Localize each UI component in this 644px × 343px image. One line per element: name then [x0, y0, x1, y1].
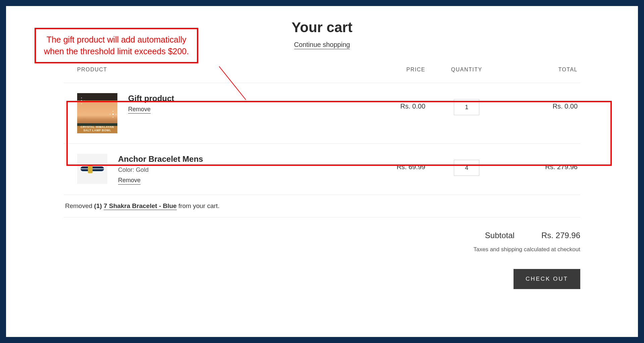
col-header-price: PRICE — [343, 61, 425, 83]
annotation-text-line2: when the threshold limit exceeds $200. — [44, 46, 189, 57]
col-header-quantity: QUANTITY — [425, 61, 508, 83]
remove-link[interactable]: Remove — [118, 177, 141, 185]
item-total: Rs. 0.00 — [508, 83, 580, 144]
removed-product-link[interactable]: 7 Shakra Bracelet - Blue — [104, 202, 177, 210]
product-variant: Color: Gold — [118, 166, 203, 174]
cart-summary: Subtotal Rs. 279.96 Taxes and shipping c… — [64, 217, 580, 289]
annotation-text-line1: The gift product will add automatically — [44, 34, 189, 46]
item-price: Rs. 69.99 — [343, 144, 425, 195]
item-price: Rs. 0.00 — [343, 83, 425, 144]
product-name[interactable]: Gift product — [128, 94, 174, 103]
col-header-total: TOTAL — [508, 61, 580, 83]
removed-item-message: Removed (1) 7 Shakra Bracelet - Blue fro… — [64, 195, 580, 217]
checkout-button[interactable]: CHECK OUT — [514, 269, 580, 289]
continue-shopping-link[interactable]: Continue shopping — [294, 41, 350, 49]
remove-link[interactable]: Remove — [128, 106, 151, 114]
product-name[interactable]: Anchor Bracelet Mens — [118, 154, 203, 164]
tax-shipping-note: Taxes and shipping calculated at checkou… — [474, 246, 580, 253]
cart-table: PRODUCT PRICE QUANTITY TOTAL CRYSTAL HIM… — [64, 61, 580, 217]
subtotal-label: Subtotal — [485, 231, 515, 240]
cart-row-bracelet: Anchor Bracelet Mens Color: Gold Remove … — [64, 144, 580, 195]
col-header-product: PRODUCT — [64, 61, 343, 83]
item-total: Rs. 279.96 — [508, 144, 580, 195]
quantity-input[interactable] — [454, 99, 479, 115]
product-thumbnail[interactable] — [77, 154, 107, 184]
cart-row-gift: CRYSTAL HIMALAYAN SALT LAMP BOWL Gift pr… — [64, 83, 580, 144]
product-thumbnail[interactable]: CRYSTAL HIMALAYAN SALT LAMP BOWL — [77, 93, 117, 133]
quantity-input[interactable] — [454, 160, 479, 176]
annotation-callout: The gift product will add automatically … — [35, 28, 198, 63]
cart-page: The gift product will add automatically … — [6, 6, 638, 337]
subtotal-value: Rs. 279.96 — [541, 231, 580, 240]
